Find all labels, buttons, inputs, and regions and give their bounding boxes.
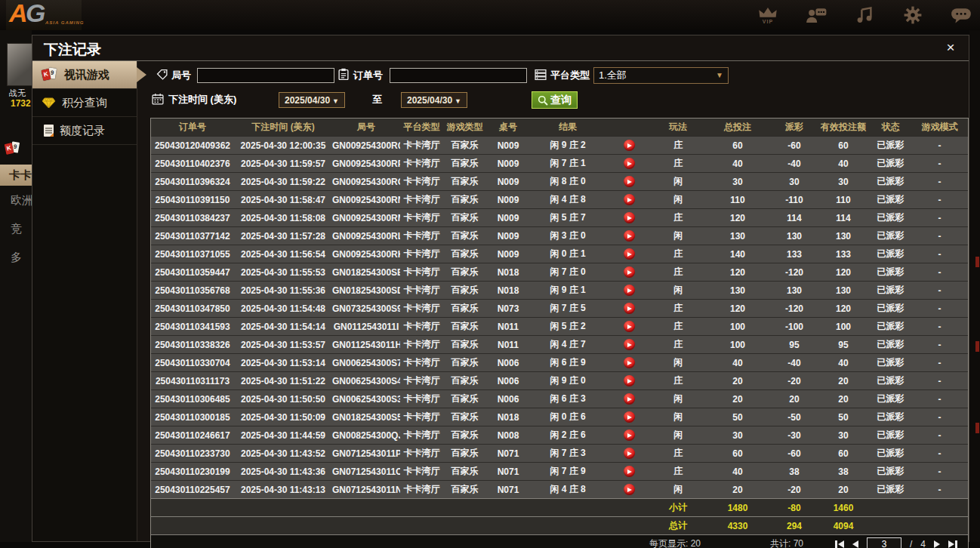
- cell-status: 已派彩: [870, 463, 911, 481]
- cell-payout: -40: [772, 155, 817, 173]
- clipboard-icon: [337, 68, 350, 80]
- cell-video: [606, 245, 652, 263]
- cell-game-mode: -: [911, 173, 968, 191]
- cell-valid-bet: 130: [817, 227, 870, 245]
- play-video-button[interactable]: [624, 158, 635, 169]
- col-bet-time: 下注时间 (美东): [234, 119, 332, 137]
- cell-total-bet: 20: [704, 481, 772, 499]
- vip-crown-icon[interactable]: VIP: [755, 3, 781, 27]
- cell-valid-bet: 50: [817, 408, 870, 426]
- cell-game-mode: -: [911, 445, 968, 463]
- cell-game-type: 百家乐: [443, 282, 486, 300]
- cell-status: 已派彩: [870, 408, 911, 426]
- cell-payout: 38: [772, 463, 817, 481]
- play-icon: [627, 270, 632, 275]
- close-icon[interactable]: ×: [941, 38, 960, 57]
- settings-gear-icon[interactable]: [900, 3, 926, 27]
- table-row: 250430110246617 2025-04-30 11:44:59 GN00…: [151, 426, 968, 445]
- cell-payout: -50: [772, 408, 817, 426]
- total-payout: 294: [772, 517, 817, 535]
- cell-round: GN006254300S7: [332, 354, 400, 372]
- play-icon: [627, 433, 632, 438]
- sidebar-item-points-query[interactable]: 积分查询: [32, 89, 137, 117]
- cell-table: N071: [486, 463, 530, 481]
- play-video-button[interactable]: [624, 321, 635, 332]
- table-footer: 小计 1480 -80 1460 总计 4330 294 4094: [151, 499, 968, 535]
- cell-result: 闲 2 庄 6: [530, 426, 606, 445]
- play-video-button[interactable]: [624, 375, 635, 386]
- cell-video: [606, 227, 652, 245]
- play-video-button[interactable]: [624, 248, 635, 260]
- play-icon: [627, 234, 632, 239]
- cell-status: 已派彩: [870, 209, 911, 227]
- cell-round: GN009254300RP: [332, 155, 400, 173]
- play-video-button[interactable]: [624, 357, 635, 368]
- play-video-button[interactable]: [624, 140, 635, 151]
- cell-method: 庄: [652, 155, 704, 173]
- cell-game-type: 百家乐: [443, 336, 486, 354]
- next-page-button[interactable]: [934, 539, 940, 548]
- order-no-input[interactable]: [390, 68, 527, 83]
- table-header: 订单号 下注时间 (美东) 局号 平台类型 游戏类型 桌号 结果 玩法 总投注 …: [151, 119, 968, 137]
- cell-status: 已派彩: [870, 445, 911, 463]
- music-icon[interactable]: [852, 3, 877, 27]
- play-video-button[interactable]: [624, 393, 635, 405]
- cell-round: GN018254300SE: [332, 263, 400, 282]
- play-video-button[interactable]: [624, 466, 635, 477]
- chat-bubbles-icon[interactable]: [948, 3, 974, 27]
- search-button[interactable]: 查询: [532, 91, 578, 109]
- cell-valid-bet: 20: [817, 481, 870, 499]
- play-video-button[interactable]: [624, 429, 635, 441]
- last-page-button[interactable]: [948, 539, 957, 548]
- play-video-button[interactable]: [624, 339, 635, 350]
- cell-valid-bet: 120: [817, 300, 870, 318]
- cell-valid-bet: 30: [817, 426, 870, 445]
- platform-type-select[interactable]: 1.全部 ▼: [593, 67, 729, 84]
- play-video-button[interactable]: [624, 176, 635, 187]
- play-video-button[interactable]: [624, 285, 635, 296]
- play-icon: [627, 325, 632, 329]
- cell-total-bet: 140: [704, 245, 772, 263]
- cell-order: 250430110233730: [151, 445, 234, 463]
- app-root: A G ASIA GAMING VIP 战无 1732: [0, 0, 980, 548]
- col-table: 桌号: [486, 119, 530, 137]
- cell-platform: 卡卡湾厅: [400, 426, 443, 445]
- cell-valid-bet: 110: [817, 191, 870, 209]
- play-video-button[interactable]: [624, 303, 635, 314]
- play-video-button[interactable]: [624, 448, 635, 459]
- cell-total-bet: 20: [704, 390, 772, 408]
- cell-payout: -30: [772, 426, 817, 445]
- play-icon: [627, 451, 632, 456]
- play-video-button[interactable]: [624, 266, 635, 278]
- cell-status: 已派彩: [870, 300, 911, 318]
- cell-bet-time: 2025-04-30 11:57:28: [234, 227, 332, 245]
- round-no-input[interactable]: [197, 68, 334, 83]
- date-from-picker[interactable]: 2025/04/30▼: [279, 92, 345, 108]
- cell-valid-bet: 20: [817, 372, 870, 390]
- cell-valid-bet: 133: [817, 245, 870, 263]
- cell-payout: -100: [772, 318, 817, 336]
- play-video-button[interactable]: [624, 230, 635, 242]
- cell-game-type: 百家乐: [443, 191, 486, 209]
- play-video-button[interactable]: [624, 411, 635, 423]
- play-video-button[interactable]: [624, 212, 635, 223]
- cell-order: 250430110300185: [151, 408, 234, 426]
- first-page-button[interactable]: [835, 539, 844, 548]
- sidebar-item-credit-records[interactable]: 额度记录: [32, 117, 137, 145]
- cell-order: 250430110347850: [151, 300, 234, 318]
- page-number-input[interactable]: 3: [867, 537, 901, 548]
- cell-total-bet: 60: [704, 137, 772, 155]
- sidebar-item-video-games[interactable]: 9K 视讯游戏: [32, 61, 137, 89]
- service-chat-icon[interactable]: [803, 3, 829, 27]
- cell-game-type: 百家乐: [443, 263, 486, 282]
- cell-platform: 卡卡湾厅: [400, 155, 443, 173]
- prev-page-button[interactable]: [852, 539, 858, 548]
- cell-platform: 卡卡湾厅: [400, 408, 443, 426]
- play-video-button[interactable]: [624, 194, 635, 205]
- date-to-picker[interactable]: 2025/04/30▼: [401, 92, 467, 108]
- play-video-button[interactable]: [624, 484, 635, 495]
- cell-video: [606, 390, 652, 408]
- cell-game-mode: -: [911, 354, 968, 372]
- logo-letter-g: G: [26, 0, 45, 28]
- cell-video: [606, 300, 652, 318]
